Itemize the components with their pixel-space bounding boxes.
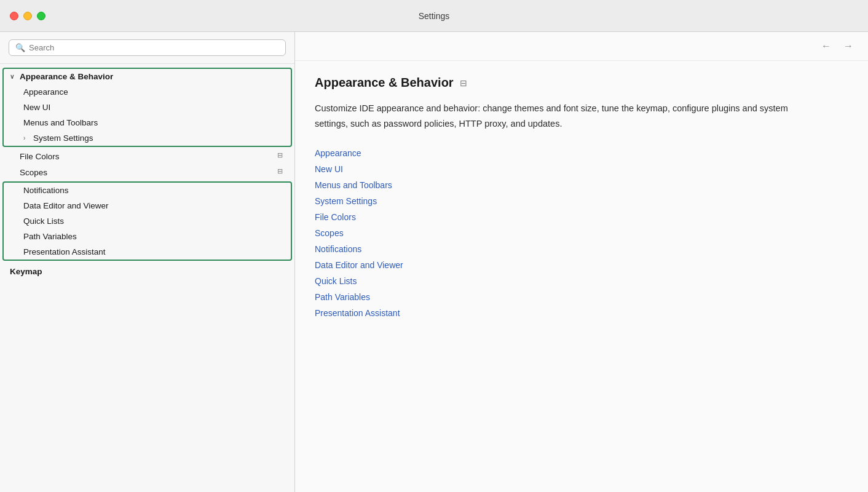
sidebar-item-appearance[interactable]: Appearance (4, 84, 291, 100)
sidebar-item-scopes[interactable]: Scopes ⊟ (0, 164, 294, 180)
window-icon: ⊟ (277, 167, 287, 177)
page-title: Appearance & Behavior (315, 76, 454, 90)
sidebar-item-label: Quick Lists (23, 216, 64, 226)
appearance-behavior-group: ∨ Appearance & Behavior Appearance New U… (2, 68, 292, 147)
search-input-wrapper[interactable]: 🔍 (9, 39, 286, 56)
window-icon: ⊟ (277, 151, 287, 161)
content-link-system-settings[interactable]: System Settings (315, 196, 848, 206)
search-bar: 🔍 (0, 32, 294, 64)
main-layout: 🔍 ∨ Appearance & Behavior Appearance New… (0, 32, 868, 492)
forward-button[interactable]: → (841, 39, 856, 53)
content-link-quick-lists[interactable]: Quick Lists (315, 276, 848, 286)
content-link-data-editor-viewer[interactable]: Data Editor and Viewer (315, 260, 848, 270)
sidebar-item-label: New UI (23, 103, 50, 112)
title-bar: Settings (0, 0, 868, 32)
sidebar-item-data-editor-viewer[interactable]: Data Editor and Viewer (4, 198, 291, 213)
content-link-file-colors[interactable]: File Colors (315, 212, 848, 222)
content-links: Appearance New UI Menus and Toolbars Sys… (315, 148, 848, 318)
chevron-down-icon: ∨ (10, 73, 17, 80)
sidebar-item-notifications[interactable]: Notifications (4, 183, 291, 198)
sidebar-item-file-colors[interactable]: File Colors ⊟ (0, 148, 294, 164)
content-link-notifications[interactable]: Notifications (315, 244, 848, 254)
content-panel: ← → Appearance & Behavior ⊟ Customize ID… (295, 32, 868, 492)
chevron-right-icon: › (23, 135, 31, 141)
sidebar-item-quick-lists[interactable]: Quick Lists (4, 213, 291, 229)
window-title: Settings (419, 11, 450, 21)
close-button[interactable] (10, 12, 18, 20)
sidebar-item-system-settings[interactable]: › System Settings (4, 130, 291, 146)
content-link-path-variables[interactable]: Path Variables (315, 292, 848, 302)
content-link-new-ui[interactable]: New UI (315, 164, 848, 174)
sidebar-item-label: File Colors (20, 152, 60, 161)
sidebar-item-label: Data Editor and Viewer (23, 201, 109, 210)
notifications-group: Notifications Data Editor and Viewer Qui… (2, 181, 292, 261)
sidebar-item-label: System Settings (33, 133, 93, 143)
search-icon: 🔍 (15, 43, 25, 52)
sidebar-item-label: Path Variables (23, 232, 77, 241)
content-link-appearance[interactable]: Appearance (315, 148, 848, 158)
sidebar-item-keymap[interactable]: Keymap (0, 262, 294, 281)
sidebar-item-menus-toolbars[interactable]: Menus and Toolbars (4, 115, 291, 130)
sidebar-item-label: Menus and Toolbars (23, 118, 98, 127)
content-link-menus-toolbars[interactable]: Menus and Toolbars (315, 180, 848, 190)
sidebar-item-label: Presentation Assistant (23, 247, 106, 256)
search-input[interactable] (29, 43, 279, 52)
content-toolbar: ← → (295, 32, 868, 61)
traffic-lights (10, 12, 45, 20)
sidebar-item-label: Scopes (20, 168, 47, 177)
minimize-button[interactable] (23, 12, 32, 20)
sidebar-item-label: Keymap (10, 267, 42, 276)
content-heading: Appearance & Behavior ⊟ (315, 76, 848, 90)
sidebar: 🔍 ∨ Appearance & Behavior Appearance New… (0, 32, 295, 492)
maximize-button[interactable] (37, 12, 45, 20)
back-button[interactable]: ← (819, 39, 834, 53)
window-minimize-icon: ⊟ (460, 78, 467, 88)
sidebar-item-new-ui[interactable]: New UI (4, 100, 291, 115)
sidebar-item-appearance-behavior[interactable]: ∨ Appearance & Behavior (4, 69, 291, 84)
content-description: Customize IDE appearance and behavior: c… (315, 101, 807, 131)
content-link-presentation-assistant[interactable]: Presentation Assistant (315, 308, 848, 318)
content-body: Appearance & Behavior ⊟ Customize IDE ap… (295, 61, 868, 492)
sidebar-item-label: Notifications (23, 186, 69, 195)
sidebar-item-label: Appearance & Behavior (20, 72, 113, 81)
sidebar-item-path-variables[interactable]: Path Variables (4, 229, 291, 244)
content-link-scopes[interactable]: Scopes (315, 228, 848, 238)
sidebar-item-label: Appearance (23, 87, 68, 97)
sidebar-tree: ∨ Appearance & Behavior Appearance New U… (0, 64, 294, 492)
sidebar-item-presentation-assistant[interactable]: Presentation Assistant (4, 244, 291, 260)
